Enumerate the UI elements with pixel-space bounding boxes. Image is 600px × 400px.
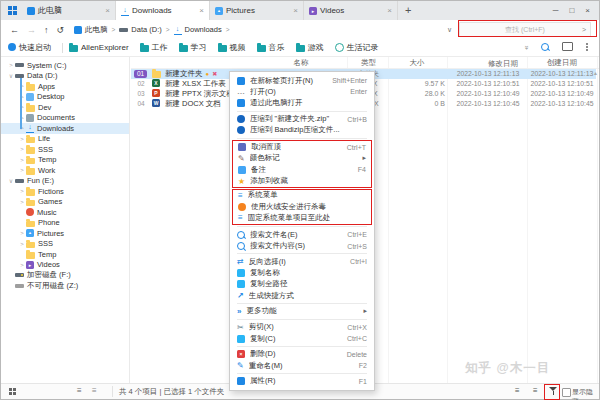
minimize-button[interactable]: ─ bbox=[553, 6, 559, 15]
context-menu-item[interactable]: ≡系统菜单 bbox=[233, 190, 371, 201]
search-go-icon[interactable]: > bbox=[582, 23, 586, 36]
address-dropdown-icon[interactable]: ∨ bbox=[447, 26, 452, 34]
filter-funnel-icon[interactable] bbox=[549, 386, 559, 398]
tab-close-icon[interactable]: × bbox=[199, 6, 204, 15]
context-menu-item[interactable]: ≡固定系统菜单项目至此处 bbox=[233, 212, 371, 223]
refresh-button[interactable]: ↺ bbox=[57, 25, 65, 35]
search-input[interactable]: 查找 (Ctrl+F) > bbox=[459, 22, 591, 37]
context-menu-item[interactable]: ×删除(D)Delete bbox=[230, 349, 374, 360]
up-button[interactable]: ↑ bbox=[44, 25, 49, 35]
detail-view-icon[interactable]: ≡ bbox=[515, 386, 520, 395]
context-menu-item[interactable]: 搜索文件名(E)Ctrl+E bbox=[230, 229, 374, 240]
column-header-size[interactable]: 大小 bbox=[389, 58, 445, 68]
breadcrumb-item[interactable]: ↓Downloads bbox=[174, 25, 222, 35]
sidebar-item-fictions[interactable]: >Fictions bbox=[1, 186, 129, 197]
sidebar-item-videos[interactable]: >▸Videos bbox=[1, 260, 129, 271]
sidebar-item-sss[interactable]: >SSS bbox=[1, 239, 129, 250]
context-menu-item[interactable]: ⇄反向选择(I)Ctrl+I bbox=[230, 256, 374, 267]
context-menu-item[interactable]: ★添加到收藏 bbox=[233, 175, 371, 186]
favorite-folder-6[interactable]: 游戏 bbox=[296, 42, 324, 53]
sidebar-item-games[interactable]: >Games bbox=[1, 197, 129, 208]
context-menu-item[interactable]: »更多功能▸ bbox=[230, 306, 374, 317]
column-header-created[interactable]: 创建日期 bbox=[528, 58, 596, 68]
collapse-icon[interactable]: « bbox=[524, 43, 528, 52]
apps-grid-icon[interactable] bbox=[9, 388, 17, 398]
context-menu-item[interactable]: 搜索文件内容(S)Ctrl+S bbox=[230, 240, 374, 251]
quick-launch-button[interactable]: 快速启动 bbox=[8, 42, 51, 53]
app-logo-icon[interactable] bbox=[8, 6, 12, 10]
context-menu-item[interactable]: ↗生成快捷方式 bbox=[230, 290, 374, 301]
close-button[interactable]: × bbox=[585, 6, 590, 15]
context-menu-item[interactable]: ✂剪切(X)Ctrl+X bbox=[230, 322, 374, 333]
sidebar-item-sss[interactable]: >SSS bbox=[1, 144, 129, 155]
tab-downloads[interactable]: ↓Downloads× bbox=[116, 1, 210, 20]
search-icon[interactable] bbox=[541, 43, 549, 53]
sidebar-item-life[interactable]: >Life bbox=[1, 134, 129, 145]
context-menu-item[interactable]: ✎重命名(M)F2 bbox=[230, 360, 374, 371]
sidebar-item-temp[interactable]: Temp bbox=[1, 249, 129, 260]
sidebar-item-phone[interactable]: Phone bbox=[1, 218, 129, 229]
chevron-right-icon[interactable]: > bbox=[18, 146, 26, 152]
context-menu-item[interactable]: ✎颜色标记▸ bbox=[233, 153, 371, 164]
context-menu-item[interactable]: 通过此电脑打开 bbox=[230, 98, 374, 109]
chevron-right-icon[interactable]: > bbox=[18, 199, 26, 205]
context-menu-item[interactable]: 压缩到 Bandizip压缩文件... bbox=[230, 125, 374, 136]
chevron-right-icon[interactable]: > bbox=[18, 262, 26, 268]
chevron-right-icon[interactable]: > bbox=[7, 62, 15, 68]
context-menu-item[interactable]: 使用火绒安全进行杀毒 bbox=[233, 201, 371, 212]
maximize-button[interactable]: □ bbox=[569, 6, 574, 15]
tree-view-icon[interactable]: ≡ bbox=[77, 386, 82, 395]
context-menu-item[interactable]: 复制(C)Ctrl+C bbox=[230, 333, 374, 344]
context-menu-item[interactable]: 属性(R)F1 bbox=[230, 376, 374, 387]
chevron-right-icon[interactable]: > bbox=[18, 136, 26, 142]
tab-close-icon[interactable]: × bbox=[293, 6, 298, 15]
tab-close-icon[interactable]: × bbox=[105, 6, 110, 15]
back-button[interactable]: ← bbox=[10, 25, 19, 35]
tree-item-label: 不可用磁盘 (Z:) bbox=[27, 281, 78, 291]
list-view-icon[interactable]: ≡ bbox=[92, 386, 97, 395]
sidebar-item-pictures[interactable]: >▲Pictures bbox=[1, 228, 129, 239]
favorite-folder-7[interactable]: 生活记录 bbox=[335, 42, 379, 53]
breadcrumb-item[interactable]: 此电脑 bbox=[74, 25, 108, 35]
chevron-right-icon[interactable]: > bbox=[18, 167, 26, 173]
tab-pictures[interactable]: ▲Pictures× bbox=[210, 1, 304, 20]
context-menu-item[interactable]: 备注F4 bbox=[233, 164, 371, 175]
sidebar-item-fun-e-[interactable]: ∨Fun (E:) bbox=[1, 176, 129, 187]
sidebar-item-work[interactable]: >Work bbox=[1, 165, 129, 176]
favorite-folder-4[interactable]: 视频 bbox=[218, 42, 246, 53]
chevron-down-icon[interactable]: ∨ bbox=[7, 72, 15, 79]
sidebar-item-music[interactable]: Music bbox=[1, 207, 129, 218]
context-menu-item[interactable]: 复制全路径 bbox=[230, 279, 374, 290]
chevron-right-icon[interactable]: > bbox=[18, 188, 26, 194]
column-header-name[interactable]: 名称 bbox=[266, 58, 336, 68]
context-menu-item[interactable]: …打开(O)Enter bbox=[230, 86, 374, 97]
context-menu-item[interactable]: 在新标签页打开(N)Shift+Enter bbox=[230, 75, 374, 86]
tab-close-icon[interactable]: × bbox=[387, 6, 392, 15]
breadcrumb-item[interactable]: Data (D:) bbox=[119, 25, 161, 34]
tab-videos[interactable]: ▸Videos× bbox=[304, 1, 398, 20]
sidebar-item-system-c-[interactable]: >System (C:) bbox=[1, 60, 129, 71]
tab-此电脑[interactable]: 此电脑× bbox=[22, 1, 116, 20]
chevron-down-icon[interactable]: ∨ bbox=[7, 177, 15, 184]
scrollbar-up-icon[interactable]: ▲ bbox=[593, 70, 598, 76]
favorite-folder-2[interactable]: 工作 bbox=[140, 42, 168, 53]
sort-icon[interactable]: ≡ bbox=[533, 386, 538, 395]
sidebar-item-temp[interactable]: >Temp bbox=[1, 155, 129, 166]
forward-button[interactable]: → bbox=[27, 25, 36, 35]
sidebar-item--z-[interactable]: 不可用磁盘 (Z:) bbox=[1, 281, 129, 292]
context-menu-item[interactable]: 复制名称 bbox=[230, 267, 374, 278]
chevron-right-icon[interactable]: > bbox=[18, 241, 26, 247]
chevron-right-icon[interactable]: > bbox=[18, 230, 26, 236]
context-menu-item[interactable]: 取消置顶Ctrl+T bbox=[233, 141, 371, 152]
new-tab-button[interactable]: + bbox=[405, 5, 411, 16]
context-menu-item[interactable]: 压缩到 "新建文件夹.zip"Ctrl+B bbox=[230, 113, 374, 124]
more-vert-icon[interactable] bbox=[586, 43, 588, 53]
favorite-folder-1[interactable]: AllenExplorer bbox=[69, 43, 129, 52]
favorite-folder-5[interactable]: 音乐 bbox=[257, 42, 285, 53]
favorite-folder-3[interactable]: 学习 bbox=[179, 42, 207, 53]
sidebar-item--f-[interactable]: 加密磁盘 (F:) bbox=[1, 270, 129, 281]
column-header-type[interactable]: 类型 bbox=[348, 58, 389, 68]
show-hidden-checkbox[interactable] bbox=[562, 388, 571, 397]
preview-pane-icon[interactable] bbox=[562, 42, 573, 53]
chevron-right-icon[interactable]: > bbox=[18, 157, 26, 163]
